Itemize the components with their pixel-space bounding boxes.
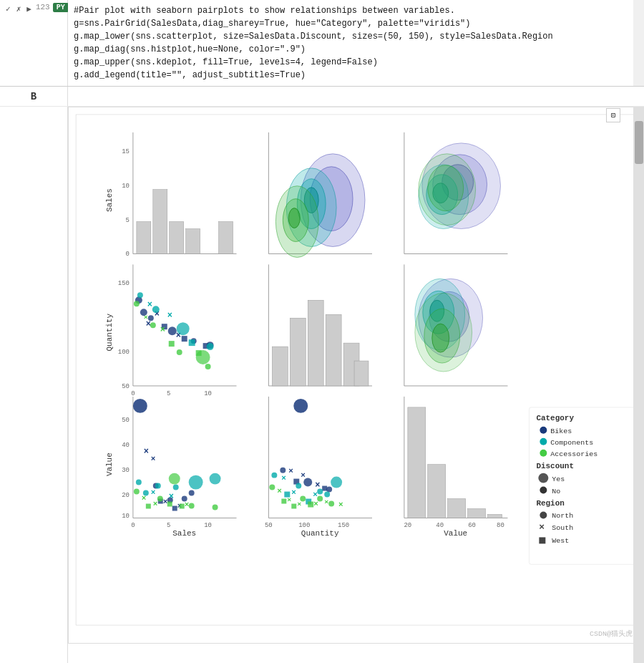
check-icon[interactable]: ✓: [4, 3, 12, 15]
svg-point-120: [134, 489, 140, 495]
svg-text:100: 100: [298, 522, 310, 529]
svg-point-187: [540, 450, 547, 457]
svg-text:×: ×: [313, 490, 318, 499]
svg-text:Sales: Sales: [172, 529, 196, 538]
expand-icon[interactable]: ⊡: [606, 108, 620, 122]
svg-point-195: [540, 511, 547, 518]
svg-point-88: [432, 324, 449, 352]
py-badge: PY: [53, 3, 69, 12]
cell-number: 123: [36, 3, 50, 11]
svg-text:20: 20: [404, 522, 411, 529]
svg-text:0: 0: [126, 251, 130, 258]
svg-rect-163: [308, 502, 313, 508]
svg-text:5: 5: [126, 217, 130, 224]
svg-text:×: ×: [151, 455, 156, 463]
x-icon[interactable]: ✗: [15, 3, 23, 15]
svg-text:No: No: [552, 488, 560, 495]
svg-text:0: 0: [131, 522, 135, 529]
svg-text:×: ×: [153, 500, 158, 508]
svg-text:30: 30: [122, 467, 130, 474]
svg-text:×: ×: [142, 494, 147, 503]
svg-text:10: 10: [204, 390, 212, 397]
svg-rect-127: [180, 504, 185, 509]
svg-rect-158: [281, 499, 286, 504]
svg-point-23: [288, 208, 300, 228]
svg-rect-51: [182, 336, 187, 342]
output-side: [0, 107, 68, 663]
svg-text:50: 50: [265, 522, 273, 529]
svg-point-69: [196, 350, 210, 364]
svg-text:×: ×: [277, 487, 282, 495]
svg-point-129: [189, 503, 195, 509]
code-cell: ✓ ✗ ▶ 123 PY #Pair plot with seaborn pai…: [0, 0, 644, 87]
svg-rect-173: [448, 499, 466, 518]
svg-rect-74: [290, 318, 306, 386]
svg-point-124: [157, 496, 163, 502]
svg-point-150: [296, 483, 301, 489]
svg-text:20: 20: [122, 492, 130, 499]
svg-rect-199: [539, 537, 545, 543]
svg-text:Sales: Sales: [105, 188, 114, 212]
svg-point-156: [269, 485, 275, 490]
svg-text:10: 10: [204, 522, 212, 529]
svg-text:Components: Components: [550, 439, 593, 447]
svg-rect-122: [146, 504, 151, 509]
svg-rect-73: [272, 347, 288, 386]
svg-point-115: [155, 483, 161, 489]
svg-rect-171: [408, 407, 426, 518]
output-cell: ⊡ 0 5: [0, 107, 644, 663]
svg-text:×: ×: [144, 314, 148, 321]
svg-text:Quantity: Quantity: [301, 529, 339, 538]
svg-point-145: [326, 487, 332, 493]
svg-text:×: ×: [291, 488, 296, 497]
pair-plot: 0 5 10 15 Sales: [68, 107, 633, 644]
svg-rect-108: [172, 506, 177, 511]
svg-text:Value: Value: [444, 529, 467, 538]
svg-point-130: [213, 505, 218, 510]
svg-text:40: 40: [122, 442, 130, 449]
svg-text:CSDN@猫头虎: CSDN@猫头虎: [590, 629, 633, 638]
legend: Category Bikes Components Accessories Di…: [529, 407, 633, 564]
svg-text:North: North: [552, 512, 573, 520]
svg-text:0: 0: [131, 390, 135, 397]
svg-text:Value: Value: [105, 453, 114, 476]
code-content: #Pair plot with seaborn pairplots to sho…: [68, 0, 633, 86]
svg-point-126: [169, 473, 180, 485]
svg-text:×: ×: [287, 496, 291, 504]
svg-text:Quantity: Quantity: [105, 313, 114, 351]
svg-text:5: 5: [167, 390, 170, 397]
svg-text:5: 5: [167, 522, 170, 529]
code-line-5: g.map_upper(sns.kdeplot, fill=True, leve…: [74, 56, 628, 69]
scrollbar-right[interactable]: [633, 107, 644, 663]
svg-point-33: [428, 165, 464, 211]
output-label-cell: B: [0, 87, 68, 106]
svg-point-112: [136, 480, 142, 485]
output-label: B: [31, 91, 36, 102]
output-content: ⊡ 0 5: [68, 107, 633, 663]
svg-text:15: 15: [122, 148, 130, 155]
svg-point-153: [317, 489, 323, 495]
run-icon[interactable]: ▶: [25, 3, 33, 15]
scrollbar-thumb[interactable]: [635, 121, 643, 164]
svg-rect-9: [153, 190, 167, 254]
svg-rect-66: [169, 341, 175, 347]
svg-point-190: [538, 473, 548, 483]
svg-text:×: ×: [281, 474, 286, 483]
svg-point-55: [137, 292, 143, 298]
svg-rect-13: [219, 222, 233, 254]
svg-text:×: ×: [297, 500, 301, 508]
svg-rect-75: [308, 300, 323, 386]
svg-text:South: South: [552, 524, 573, 532]
svg-rect-11: [186, 229, 200, 254]
svg-rect-78: [354, 361, 369, 386]
svg-text:×: ×: [167, 311, 172, 321]
svg-text:10: 10: [122, 513, 130, 520]
svg-text:Bikes: Bikes: [550, 427, 572, 435]
svg-point-167: [328, 501, 334, 507]
svg-text:60: 60: [468, 522, 476, 529]
svg-text:×: ×: [338, 501, 343, 510]
svg-point-64: [150, 322, 156, 328]
cell-controls: ✓ ✗ ▶ 123 PY: [0, 0, 68, 86]
svg-point-137: [293, 399, 308, 413]
svg-text:40: 40: [436, 522, 444, 529]
